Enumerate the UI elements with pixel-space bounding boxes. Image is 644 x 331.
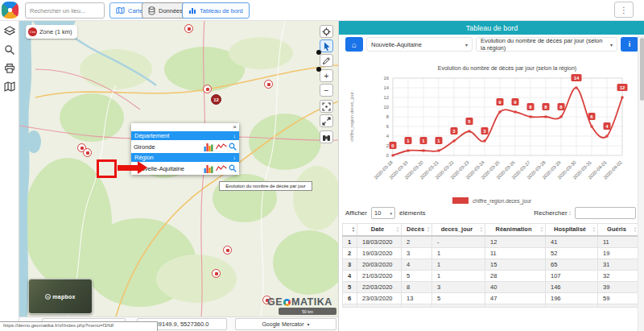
map-marker[interactable] <box>83 148 92 157</box>
zoom-in-button[interactable]: + <box>320 69 333 82</box>
dashboard-panel: Tableau de bord ⌂ Nouvelle-Aquitaine ▾ E… <box>338 21 644 331</box>
zone-badge-icon: 1 km <box>28 27 37 36</box>
page-size-select[interactable]: 10 ▾ <box>371 207 395 219</box>
table-row[interactable]: 219/03/202031115219 <box>343 247 639 259</box>
select-tool-button[interactable] <box>320 39 333 52</box>
zoom-to-feature-icon[interactable] <box>229 164 237 172</box>
map-marker[interactable] <box>264 80 273 89</box>
section-header-label: Département <box>134 132 169 139</box>
map-marker[interactable] <box>223 246 232 254</box>
table-cell: 19 <box>598 247 639 259</box>
table-cell: 22/03/2020 <box>357 281 402 292</box>
bar-chart-icon[interactable] <box>204 164 214 173</box>
indicator-select[interactable]: Evolution du nombre de décès par jour (s… <box>476 37 617 52</box>
feature-popup: × Département ↓ Gironde Région ↓ Nouvell… <box>131 123 239 175</box>
table-row[interactable]: 118/03/20202-124111 <box>343 236 639 248</box>
table-cell: 52 <box>546 247 598 259</box>
table-cell: 2 <box>402 236 432 248</box>
map-marker[interactable] <box>184 24 193 33</box>
map-marker[interactable] <box>212 269 221 278</box>
column-header[interactable]: Décès▲▼ <box>402 224 432 236</box>
minus-icon: − <box>324 86 329 95</box>
column-header[interactable]: ▲▼ <box>343 224 357 236</box>
table-cell: 3 <box>402 247 432 259</box>
geomatika-logo-icon <box>283 299 291 306</box>
fullscreen-button[interactable] <box>320 114 333 127</box>
info-button[interactable]: i <box>621 37 638 52</box>
basemap-switcher[interactable]: m mapbox <box>28 279 93 314</box>
column-header[interactable]: Réanimation▲▼ <box>485 224 546 236</box>
layers-icon[interactable] <box>4 26 15 37</box>
zoom-out-button[interactable]: − <box>320 84 333 97</box>
overview-button[interactable] <box>320 130 333 143</box>
search-input[interactable] <box>25 2 105 19</box>
table-cell: - <box>432 236 485 248</box>
line-chart-icon[interactable] <box>216 143 227 151</box>
table-cell: 12 <box>485 236 546 248</box>
table-row[interactable]: 421/03/2020512810732 <box>343 270 639 281</box>
print-icon[interactable] <box>4 63 15 74</box>
table-cell: 13 <box>402 292 432 304</box>
scrollbar-thumb[interactable] <box>640 38 644 101</box>
column-header[interactable]: deces_jour▲▼ <box>432 224 485 236</box>
tool-badge <box>316 67 321 72</box>
zoom-extent-button[interactable] <box>320 100 333 113</box>
column-header[interactable]: Guéris▲▼ <box>598 224 639 236</box>
home-button[interactable]: ⌂ <box>345 37 363 52</box>
binoculars-icon <box>322 133 331 142</box>
search-icon[interactable] <box>4 44 15 56</box>
overflow-menu-button[interactable]: ⋮ <box>614 2 634 18</box>
table-cell: 41 <box>546 236 598 248</box>
table-cell: 3 <box>432 281 485 292</box>
pencil-icon <box>322 56 331 65</box>
column-header[interactable]: Date▲▼ <box>357 224 402 236</box>
deaths-line-chart: Evolution du nombre de décès par jour (s… <box>342 60 642 197</box>
map-icon <box>116 6 125 14</box>
show-label: Afficher <box>345 209 367 217</box>
atlas-icon[interactable] <box>4 81 15 93</box>
table-row[interactable]: 320/03/202041156531 <box>343 259 639 270</box>
table-row[interactable]: 623/03/20201354719659 <box>343 292 639 304</box>
region-select[interactable]: Nouvelle-Aquitaine ▾ <box>366 37 473 52</box>
table-cell: 32 <box>598 270 639 281</box>
close-icon[interactable]: × <box>233 123 237 131</box>
mapbox-logo-icon: m <box>45 294 51 300</box>
table-cell: 20/03/2020 <box>357 259 402 270</box>
download-icon[interactable]: ↓ <box>233 132 236 139</box>
zoom-to-feature-icon[interactable] <box>229 143 237 151</box>
bar-chart-icon[interactable] <box>204 143 214 151</box>
line-chart-icon[interactable] <box>216 164 227 172</box>
map-viewport[interactable]: 1 km Zone (1 km) 12 + − × Département ↓ … <box>19 21 338 317</box>
column-header-label: deces_jour <box>441 225 473 233</box>
sort-icon: ▲▼ <box>480 226 483 233</box>
sort-icon: ▲▼ <box>634 226 637 233</box>
table-cell: 65 <box>546 259 598 270</box>
dashboard-title: Tableau de bord <box>466 24 518 32</box>
svg-text:16: 16 <box>384 76 389 81</box>
zone-button[interactable]: 1 km Zone (1 km) <box>26 25 77 39</box>
projection-select[interactable]: Google Mercator ▾ <box>235 318 336 330</box>
table-cell: 40 <box>485 281 546 292</box>
info-icon: i <box>629 40 631 48</box>
section-header-label: Région <box>134 154 154 161</box>
table-row[interactable]: 522/03/2020834014639 <box>343 281 639 292</box>
map-marker[interactable] <box>203 85 212 93</box>
draw-tool-button[interactable] <box>320 54 333 67</box>
dashboard-scrollbar[interactable] <box>638 35 644 331</box>
svg-text:14: 14 <box>574 76 580 81</box>
table-cell: 4 <box>402 259 432 270</box>
scale-bar: 50 km <box>279 308 336 315</box>
popup-item-nouvelle-aquitaine: Nouvelle-Aquitaine <box>131 162 239 175</box>
geolocate-button[interactable] <box>320 25 333 38</box>
download-icon[interactable]: ↓ <box>233 154 236 161</box>
tableau-de-bord-button[interactable]: Tableau de bord <box>182 2 250 19</box>
watermark-text: GE <box>267 296 283 308</box>
popup-section-header: Département ↓ <box>131 131 239 140</box>
column-header[interactable]: Hospitalisé▲▼ <box>546 224 598 236</box>
map-marker[interactable]: 12 <box>211 94 221 105</box>
database-icon <box>148 6 155 15</box>
popup-item-gironde: Gironde <box>131 140 239 153</box>
table-search-input[interactable] <box>575 207 636 219</box>
column-header-label: Décès <box>407 225 424 233</box>
projection-value: Google Mercator <box>262 321 303 327</box>
